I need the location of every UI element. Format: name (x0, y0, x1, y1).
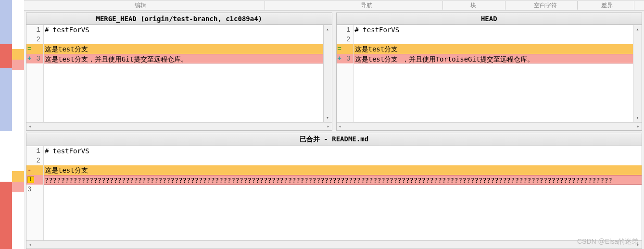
code-line[interactable] (44, 35, 323, 44)
line-number: 1 (26, 146, 43, 156)
merged-pane: 已合并 - README.md 12-! 3 # testForVS这是test… (26, 133, 642, 249)
diff-mark-icon: + (338, 54, 341, 63)
line-number: 2 (26, 156, 43, 165)
code-line[interactable]: 这是test分支，并且使用Git提交至远程仓库。 (44, 54, 323, 63)
code-line[interactable]: 这是test分支 ，并且使用TortoiseGit提交至远程仓库。 (354, 54, 633, 63)
toolbar-diff[interactable]: 差异 (601, 1, 613, 10)
pane-title-head: HEAD (337, 13, 642, 25)
gutter: 12=+3 (26, 25, 44, 122)
toolbar-whitespace[interactable]: 空白字符 (534, 1, 557, 10)
line-number: 2 (337, 35, 354, 44)
line-number: ! 3 (26, 175, 43, 185)
horizontal-scrollbar[interactable]: ◂▸ (26, 122, 332, 130)
horizontal-scrollbar[interactable]: ◂▸ (26, 240, 642, 249)
toolbar-nav[interactable]: 导航 (361, 1, 372, 10)
line-number: 2 (26, 35, 43, 44)
line-number: = (26, 44, 43, 54)
code-line[interactable]: 这是test分支 (354, 44, 633, 54)
pane-title-merge-head: MERGE_HEAD (origin/test-branch, c1c089a4… (26, 13, 332, 25)
toolbar-block[interactable]: 块 (470, 1, 476, 10)
line-number: 1 (337, 25, 354, 35)
line-number: = (337, 44, 354, 54)
vertical-scrollbar[interactable]: ▴ ▾ (633, 25, 642, 122)
diff-mark-icon: - (27, 165, 31, 175)
code-line[interactable]: # testForVS (44, 25, 323, 35)
line-number: +3 (26, 54, 43, 63)
toolbar: 编辑 导航 块 空白字符 差异 (24, 0, 644, 11)
code-area[interactable]: # testForVS这是test分支这是test分支，并且使用Git提交至远程… (44, 25, 323, 122)
line-number: - (26, 165, 43, 175)
vertical-scrollbar[interactable]: ▴ ▾ (323, 25, 332, 122)
horizontal-scrollbar[interactable]: ◂▸ (337, 122, 642, 130)
code-line[interactable]: 这是test分支 (44, 165, 642, 175)
line-number: 1 (26, 25, 43, 35)
merge-head-pane: MERGE_HEAD (origin/test-branch, c1c089a4… (26, 12, 332, 131)
code-line[interactable]: 这是test分支 (44, 44, 323, 54)
code-line[interactable]: # testForVS (354, 25, 633, 35)
gutter: 12=+3 (337, 25, 354, 122)
code-area[interactable]: # testForVS这是test分支这是test分支 ，并且使用Tortois… (354, 25, 633, 122)
overview-ruler (0, 0, 24, 249)
code-line[interactable] (44, 156, 642, 165)
code-line[interactable] (354, 35, 633, 44)
code-line[interactable]: ????????????????????????????????????????… (44, 175, 642, 185)
diff-mark-icon: = (27, 44, 31, 54)
line-number: +3 (337, 54, 354, 63)
toolbar-edit[interactable]: 编辑 (135, 1, 146, 10)
head-pane: HEAD 12=+3 # testForVS这是test分支这是test分支 ，… (336, 12, 643, 131)
code-area[interactable]: # testForVS这是test分支?????????????????????… (44, 146, 642, 240)
warning-icon: ! (27, 176, 34, 183)
gutter: 12-! 3 (26, 146, 44, 240)
pane-title-merged: 已合并 - README.md (26, 133, 642, 146)
diff-mark-icon: = (338, 44, 341, 54)
code-line[interactable]: # testForVS (44, 146, 642, 156)
diff-mark-icon: + (27, 54, 31, 63)
